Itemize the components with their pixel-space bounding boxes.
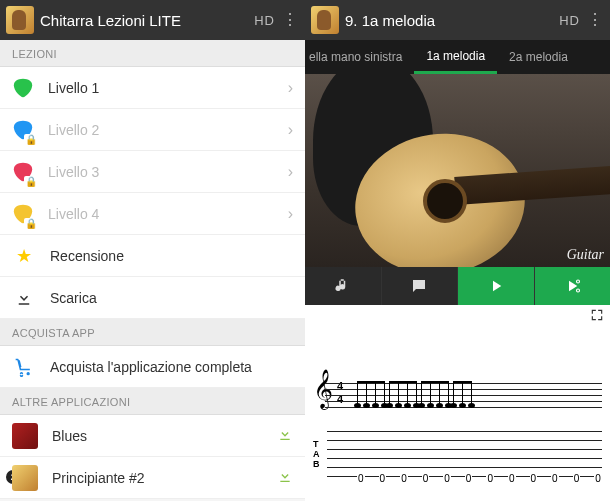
hd-button[interactable]: HD (559, 13, 580, 28)
app-thumb-icon (12, 423, 38, 449)
play-slow-button[interactable] (535, 267, 611, 305)
menu-pane: Chitarra Lezioni LITE HD ⋮ LEZIONI Livel… (0, 0, 305, 501)
lesson-pane: 9. 1a melodia HD ⋮ ella mano sinistra 1a… (305, 0, 610, 501)
level-label: Livello 4 (48, 206, 274, 222)
guitar-soundhole (423, 179, 467, 223)
purchase-label: Acquista l'applicazione completa (50, 359, 293, 375)
tab-staff: TAB 0000 0000 0000 000 (313, 431, 602, 491)
pick-icon-yellow: 🔒 (12, 203, 34, 225)
overflow-icon[interactable]: ⋮ (586, 12, 604, 28)
spacer (305, 327, 610, 371)
review-label: Recensione (50, 248, 293, 264)
pick-icon-blue: 🔒 (12, 119, 34, 141)
review-row[interactable]: ★ Recensione (0, 235, 305, 277)
section-header-acquista: ACQUISTA APP (0, 319, 305, 346)
other-app-label: Principiante #2 (52, 470, 263, 486)
hd-button[interactable]: HD (254, 13, 275, 28)
level-label: Livello 2 (48, 122, 274, 138)
app-icon (6, 6, 34, 34)
music-staff: 𝄞 44 (313, 375, 602, 425)
level-row-4[interactable]: 🔒 Livello 4 › (0, 193, 305, 235)
download-label: Scarica (50, 290, 293, 306)
download-icon[interactable] (277, 468, 293, 487)
lesson-title: 9. 1a melodia (345, 12, 553, 29)
tab-frets: 0000 0000 0000 000 (357, 473, 610, 484)
video-controls (305, 267, 610, 305)
purchase-row[interactable]: Acquista l'applicazione completa (0, 346, 305, 388)
cart-icon (12, 355, 36, 379)
tab-1a-melodia[interactable]: 1a melodia (414, 40, 497, 74)
actionbar-right: 9. 1a melodia HD ⋮ (305, 0, 610, 40)
chevron-right-icon: › (288, 121, 293, 139)
tab-prev-partial[interactable]: ella mano sinistra (305, 40, 414, 74)
treble-clef-icon: 𝄞 (313, 371, 333, 405)
section-header-lezioni: LEZIONI (0, 40, 305, 67)
tab-2a-melodia[interactable]: 2a melodia (497, 40, 572, 74)
download-icon[interactable] (277, 426, 293, 445)
app-title: Chitarra Lezioni LITE (40, 12, 248, 29)
overflow-icon[interactable]: ⋮ (281, 12, 299, 28)
section-header-altre: ALTRE APPLICAZIONI (0, 388, 305, 415)
level-label: Livello 3 (48, 164, 274, 180)
chevron-right-icon: › (288, 205, 293, 223)
level-row-2[interactable]: 🔒 Livello 2 › (0, 109, 305, 151)
svg-point-0 (577, 280, 580, 283)
play-button[interactable] (458, 267, 535, 305)
altre-list: Blues 2 Principiante #2 (0, 415, 305, 499)
app-thumb-wrapper: 2 (12, 465, 38, 491)
lezioni-list: Livello 1 › 🔒 Livello 2 › 🔒 Livello 3 › … (0, 67, 305, 319)
other-app-label: Blues (52, 428, 263, 444)
app-thumb-icon (12, 465, 38, 491)
lock-icon: 🔒 (24, 176, 38, 187)
lesson-tabs: ella mano sinistra 1a melodia 2a melodia (305, 40, 610, 74)
fullscreen-row (305, 305, 610, 327)
level-row-1[interactable]: Livello 1 › (0, 67, 305, 109)
star-icon: ★ (12, 244, 36, 268)
download-icon (12, 286, 36, 310)
staff-notes (357, 381, 472, 405)
notes-view-button[interactable] (305, 267, 382, 305)
other-app-blues[interactable]: Blues (0, 415, 305, 457)
level-row-3[interactable]: 🔒 Livello 3 › (0, 151, 305, 193)
pick-icon-green (12, 77, 34, 99)
lock-icon: 🔒 (24, 218, 38, 229)
notation-area[interactable]: 𝄞 44 TAB 0000 0000 0000 000 (305, 371, 610, 491)
video-player[interactable]: Guitar (305, 74, 610, 267)
video-watermark: Guitar (567, 247, 604, 263)
lock-icon: 🔒 (24, 134, 38, 145)
actionbar-left: Chitarra Lezioni LITE HD ⋮ (0, 0, 305, 40)
download-row[interactable]: Scarica (0, 277, 305, 319)
pick-icon-red: 🔒 (12, 161, 34, 183)
other-app-principiante[interactable]: 2 Principiante #2 (0, 457, 305, 499)
comment-button[interactable] (382, 267, 459, 305)
fullscreen-button[interactable] (590, 308, 604, 324)
chevron-right-icon: › (288, 163, 293, 181)
acquista-list: Acquista l'applicazione completa (0, 346, 305, 388)
tab-label: TAB (313, 439, 320, 469)
chevron-right-icon: › (288, 79, 293, 97)
svg-point-1 (577, 289, 580, 292)
app-icon (311, 6, 339, 34)
level-label: Livello 1 (48, 80, 274, 96)
